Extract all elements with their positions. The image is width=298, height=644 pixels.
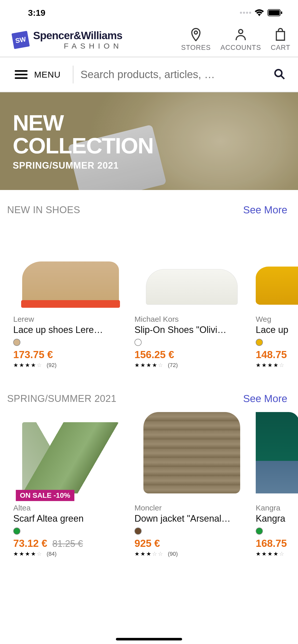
brand-logo[interactable]: SW Spencer&Williams FASHION — [13, 30, 173, 50]
search-button[interactable] — [274, 68, 298, 81]
product-brand: Weg — [256, 315, 298, 324]
search-input[interactable] — [73, 68, 274, 81]
product-brand: Moncler — [134, 504, 249, 512]
product-card[interactable]: Lerew Lace up shoes Lere… 173.75 € ★★★★☆… — [13, 226, 128, 369]
wifi-icon — [255, 9, 264, 16]
product-name: Slip-On Shoes "Olivi… — [134, 325, 249, 335]
location-pin-icon — [190, 28, 202, 41]
shopping-bag-icon — [274, 28, 287, 41]
product-price: 173.75 € — [13, 349, 53, 360]
product-rating: ★★★★☆ (72) — [134, 362, 249, 369]
product-name: Lace up shoes Lere… — [13, 325, 128, 335]
product-brand: Lerew — [13, 315, 128, 324]
product-card[interactable]: Moncler Down jacket "Arsenal… 925 € ★★★☆… — [134, 415, 249, 557]
person-icon — [235, 28, 247, 41]
product-name: Scarf Altea green — [13, 513, 128, 524]
product-rating: ★★★☆☆ (90) — [134, 551, 249, 557]
review-count: (84) — [47, 551, 57, 557]
product-name: Kangra — [256, 513, 298, 524]
status-time: 3:19 — [28, 8, 45, 18]
cart-label: CART — [271, 44, 290, 52]
battery-icon — [267, 9, 283, 16]
status-indicators — [240, 9, 283, 16]
product-card[interactable]: Weg Lace up 148.75 ★★★★☆ — [256, 226, 298, 369]
svg-point-5 — [275, 70, 282, 77]
product-price: 148.75 — [256, 349, 287, 360]
accounts-label: ACCOUNTS — [220, 44, 261, 52]
search-icon — [274, 68, 285, 80]
color-swatch[interactable] — [13, 528, 20, 535]
hero-subtitle: SPRING/SUMMER 2021 — [13, 160, 285, 171]
product-image — [134, 226, 249, 312]
product-name: Lace up — [256, 325, 298, 335]
cart-button[interactable]: CART — [271, 28, 290, 52]
brand-name: Spencer&Williams — [33, 30, 122, 42]
product-image — [256, 226, 298, 312]
review-count: (90) — [168, 551, 178, 557]
menu-button[interactable]: MENU — [0, 66, 73, 83]
section-title: SPRING/SUMMER 2021 — [7, 393, 116, 404]
product-rating: ★★★★☆ — [256, 362, 298, 369]
product-price: 168.75 — [256, 538, 287, 549]
sale-badge: ON SALE -10% — [16, 490, 74, 501]
product-card[interactable]: Kangra Kangra 168.75 ★★★★☆ — [256, 415, 298, 557]
product-brand: Kangra — [256, 504, 298, 512]
hamburger-icon — [15, 70, 28, 79]
product-brand: Michael Kors — [134, 315, 249, 324]
section-title: NEW IN SHOES — [7, 204, 80, 215]
see-more-link[interactable]: See More — [243, 393, 287, 404]
color-swatch[interactable] — [256, 528, 263, 535]
color-swatch[interactable] — [134, 528, 142, 535]
see-more-link[interactable]: See More — [243, 204, 287, 216]
product-row-shoes[interactable]: Lerew Lace up shoes Lere… 173.75 € ★★★★☆… — [0, 218, 298, 379]
stores-button[interactable]: STORES — [181, 28, 211, 52]
product-image — [134, 415, 249, 501]
product-price: 156.25 € — [134, 349, 174, 360]
status-bar: 3:19 — [0, 0, 298, 25]
app-header: SW Spencer&Williams FASHION STORES ACCOU… — [0, 25, 298, 57]
section-header-shoes: NEW IN SHOES See More — [0, 190, 298, 218]
product-image: ON SALE -10% — [13, 415, 128, 501]
hero-title: NEWCOLLECTION — [13, 111, 285, 157]
product-name: Down jacket "Arsenal… — [134, 513, 249, 524]
color-swatch[interactable] — [134, 339, 142, 346]
product-card[interactable]: ON SALE -10% Altea Scarf Altea green 73.… — [13, 415, 128, 557]
product-rating: ★★★★☆ (92) — [13, 362, 128, 369]
accounts-button[interactable]: ACCOUNTS — [220, 28, 261, 52]
menu-search-bar: MENU — [0, 57, 298, 92]
product-rating: ★★★★☆ — [256, 551, 298, 557]
svg-point-4 — [239, 30, 243, 34]
product-price: 73.12 € — [13, 538, 47, 549]
product-brand: Altea — [13, 504, 128, 512]
product-card[interactable]: Michael Kors Slip-On Shoes "Olivi… 156.2… — [134, 226, 249, 369]
section-header-spring: SPRING/SUMMER 2021 See More — [0, 379, 298, 407]
product-price: 925 € — [134, 538, 160, 549]
hero-banner[interactable]: NEWCOLLECTION SPRING/SUMMER 2021 — [0, 92, 298, 190]
menu-label: MENU — [34, 70, 61, 80]
product-old-price: 81.25 € — [52, 538, 83, 549]
svg-point-3 — [194, 31, 197, 34]
review-count: (92) — [47, 362, 57, 369]
review-count: (72) — [168, 362, 178, 369]
product-row-spring[interactable]: ON SALE -10% Altea Scarf Altea green 73.… — [0, 407, 298, 567]
home-indicator[interactable] — [116, 638, 182, 640]
stores-label: STORES — [181, 44, 211, 52]
color-swatch[interactable] — [256, 339, 263, 346]
svg-rect-1 — [268, 10, 280, 15]
logo-mark: SW — [11, 31, 30, 49]
product-rating: ★★★★☆ (84) — [13, 551, 128, 557]
product-image — [256, 415, 298, 501]
svg-rect-2 — [281, 11, 282, 14]
brand-subline: FASHION — [33, 42, 122, 50]
color-swatch[interactable] — [13, 339, 20, 346]
product-image — [13, 226, 128, 312]
